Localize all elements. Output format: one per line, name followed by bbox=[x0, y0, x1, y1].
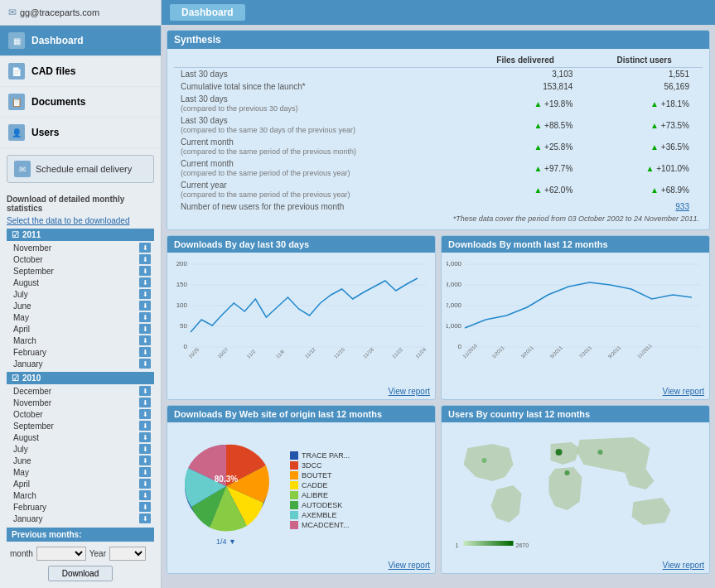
prev-months-header: Previous months: bbox=[7, 528, 154, 542]
svg-text:1/2011: 1/2011 bbox=[491, 345, 506, 359]
page-indicator[interactable]: 1/4 ▼ bbox=[216, 537, 236, 546]
chart-panel-monthly: Downloads By month last 12 months 4,000 … bbox=[441, 235, 710, 400]
svg-point-39 bbox=[556, 449, 563, 455]
download-sep-2011[interactable] bbox=[139, 266, 151, 276]
chart1-title: Downloads By day last 30 days bbox=[167, 236, 435, 253]
download-mar-2010[interactable] bbox=[139, 490, 151, 500]
month-row: September bbox=[7, 420, 154, 431]
svg-text:4,000: 4,000 bbox=[447, 260, 462, 267]
download-dec-2010[interactable] bbox=[139, 386, 151, 396]
download-apr-2010[interactable] bbox=[139, 479, 151, 489]
svg-point-42 bbox=[598, 450, 603, 455]
svg-text:5/2011: 5/2011 bbox=[549, 345, 564, 359]
year-select[interactable] bbox=[109, 547, 146, 561]
download-apr-2011[interactable] bbox=[139, 324, 151, 334]
legend-label: 3DCC bbox=[302, 461, 322, 470]
download-jul-2010[interactable] bbox=[139, 444, 151, 454]
chart2-svg: 4,000 3,000 2,000 1,000 0 bbox=[447, 258, 704, 365]
chart4-view-report[interactable]: View report bbox=[442, 559, 709, 573]
month-row: March bbox=[7, 489, 154, 501]
months-2010-list: December November October September Augu… bbox=[7, 385, 154, 524]
months-2011-list: November October September August July J… bbox=[7, 242, 154, 369]
world-map-svg: 1 2670 bbox=[447, 427, 704, 552]
sidebar-item-documents-label: Documents bbox=[31, 96, 85, 108]
svg-text:11/2: 11/2 bbox=[246, 349, 257, 359]
download-mar-2011[interactable] bbox=[139, 335, 151, 345]
download-feb-2010[interactable] bbox=[139, 502, 151, 512]
schedule-email-button[interactable]: ✉ Schedule email delivery bbox=[7, 155, 154, 183]
legend-label: MCADCENT... bbox=[302, 521, 350, 529]
svg-text:200: 200 bbox=[176, 260, 188, 267]
download-jul-2011[interactable] bbox=[139, 289, 151, 299]
sidebar-item-users-label: Users bbox=[31, 127, 59, 138]
legend-item: AXEMBLE bbox=[290, 511, 430, 519]
svg-text:10/25: 10/25 bbox=[188, 346, 200, 359]
download-oct-2010[interactable] bbox=[139, 409, 151, 419]
svg-point-40 bbox=[565, 470, 570, 475]
svg-text:9/2011: 9/2011 bbox=[607, 345, 622, 359]
year-label: Year bbox=[89, 549, 106, 558]
download-aug-2011[interactable] bbox=[139, 277, 151, 287]
sidebar: gg@traceparts.com ▦ Dashboard 📄 CAD file… bbox=[0, 0, 162, 588]
download-jan-2011[interactable] bbox=[139, 359, 151, 369]
month-row: September bbox=[7, 265, 154, 277]
month-row: August bbox=[7, 431, 154, 443]
download-button[interactable]: Download bbox=[48, 566, 113, 581]
month-row: June bbox=[7, 455, 154, 466]
month-row: January bbox=[7, 358, 154, 369]
svg-text:7/2011: 7/2011 bbox=[578, 345, 593, 359]
chart3-title: Downloads By Web site of origin last 12 … bbox=[167, 406, 435, 422]
pie-chart-container: 80.3% 1/4 ▼ bbox=[172, 436, 280, 546]
synthesis-tbody: Last 30 days3,1031,551Cumulative total s… bbox=[174, 68, 703, 214]
svg-text:11/24: 11/24 bbox=[414, 346, 427, 359]
sidebar-item-dashboard-label: Dashboard bbox=[31, 35, 84, 46]
download-nov-2010[interactable] bbox=[139, 398, 151, 407]
legend-color bbox=[290, 471, 298, 480]
sidebar-item-cad-label: CAD files bbox=[31, 65, 75, 77]
chart-panel-web-origin: Downloads By Web site of origin last 12 … bbox=[167, 405, 436, 574]
download-oct-2011[interactable] bbox=[139, 254, 151, 264]
user-email: gg@traceparts.com bbox=[8, 7, 152, 18]
chart3-view-report[interactable]: View report bbox=[167, 559, 435, 573]
legend-item: MCADCENT... bbox=[290, 521, 430, 529]
sidebar-item-dashboard[interactable]: ▦ Dashboard bbox=[0, 26, 161, 56]
users-icon: 👤 bbox=[8, 124, 25, 141]
download-nov-2011[interactable] bbox=[139, 243, 151, 253]
chart1-view-report[interactable]: View report bbox=[167, 385, 435, 399]
chart2-view-report[interactable]: View report bbox=[442, 385, 709, 399]
month-row: October bbox=[7, 408, 154, 420]
legend-label: TRACE PAR... bbox=[302, 451, 350, 460]
chart4-title: Users By country last 12 months bbox=[442, 406, 709, 422]
dashboard-tab[interactable]: Dashboard bbox=[170, 4, 245, 21]
download-may-2010[interactable] bbox=[139, 467, 151, 477]
download-jun-2010[interactable] bbox=[139, 455, 151, 465]
download-may-2011[interactable] bbox=[139, 312, 151, 322]
download-sep-2010[interactable] bbox=[139, 421, 151, 431]
sidebar-item-documents[interactable]: 📋 Documents bbox=[0, 87, 161, 118]
month-select[interactable] bbox=[36, 547, 86, 561]
download-feb-2011[interactable] bbox=[139, 347, 151, 357]
chart4-body: 1 2670 bbox=[442, 422, 709, 559]
download-jan-2010[interactable] bbox=[139, 513, 151, 523]
legend-item: CADDE bbox=[290, 481, 430, 489]
download-jun-2011[interactable] bbox=[139, 301, 151, 311]
legend-color bbox=[290, 461, 298, 470]
legend-item: BOUTET bbox=[290, 471, 430, 480]
legend-color bbox=[290, 511, 298, 519]
sidebar-item-cad-files[interactable]: 📄 CAD files bbox=[0, 56, 161, 87]
charts-row-2: Downloads By Web site of origin last 12 … bbox=[167, 405, 710, 574]
month-row: April bbox=[7, 478, 154, 489]
chart2-body: 4,000 3,000 2,000 1,000 0 bbox=[442, 253, 709, 385]
month-row: April bbox=[7, 323, 154, 335]
main-content: Dashboard Synthesis Files delivered Dist… bbox=[162, 0, 715, 588]
sidebar-item-users[interactable]: 👤 Users bbox=[0, 118, 161, 148]
svg-text:11/18: 11/18 bbox=[362, 346, 374, 359]
month-row: February bbox=[7, 501, 154, 513]
svg-text:11/2011: 11/2011 bbox=[636, 343, 653, 359]
select-data-link[interactable]: Select the data to be downloaded bbox=[7, 216, 154, 225]
sidebar-header: gg@traceparts.com bbox=[0, 0, 161, 26]
svg-text:11/22: 11/22 bbox=[391, 346, 403, 359]
chart1-svg: 200 150 100 50 0 bbox=[172, 258, 430, 365]
download-aug-2010[interactable] bbox=[139, 432, 151, 442]
chart2-title: Downloads By month last 12 months bbox=[442, 236, 709, 253]
